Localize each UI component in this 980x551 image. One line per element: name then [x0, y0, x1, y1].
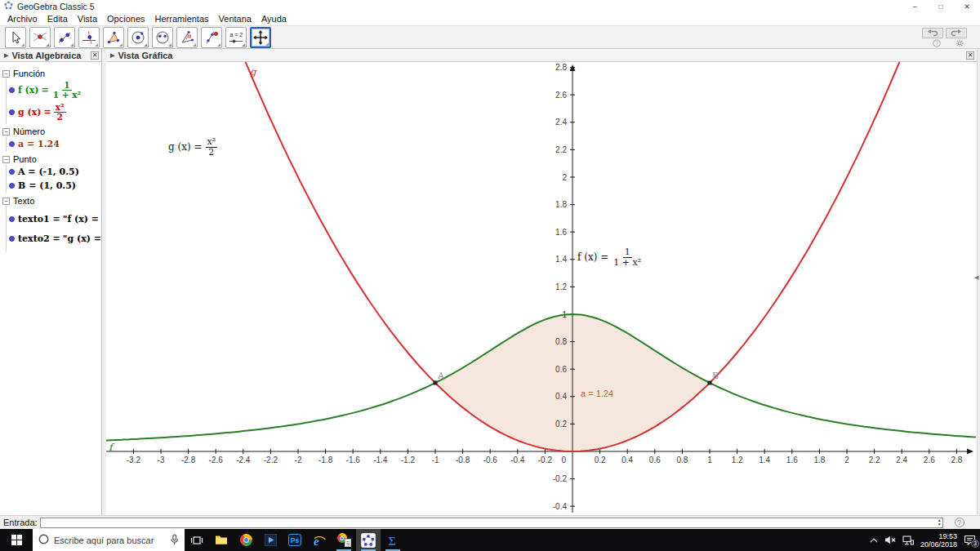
y-tick-label: 1.4	[555, 255, 567, 264]
algebra-item-g[interactable]: g (x)=x²2	[7, 101, 101, 123]
collapse-icon[interactable]: −	[2, 128, 10, 136]
plot-svg[interactable]: -3.2-3-2.8-2.6-2.4-2.2-2-1.8-1.6-1.4-1.2…	[106, 62, 976, 515]
menu-ventana[interactable]: Ventana	[215, 14, 257, 24]
x-tick-label: 2.6	[924, 455, 935, 464]
close-button[interactable]: ✕	[954, 0, 980, 12]
menu-edita[interactable]: Edita	[43, 14, 74, 24]
collapse-panel-arrow-icon[interactable]: ◀	[974, 274, 978, 281]
input-help-icon[interactable]: ?	[955, 518, 964, 527]
task-view-taskbar-icon[interactable]	[185, 529, 209, 551]
curve-label-g[interactable]: g	[250, 66, 257, 78]
tool-circle-button[interactable]	[127, 27, 149, 48]
x-tick-label: 0.2	[595, 455, 606, 464]
tool-polygon-button[interactable]	[103, 27, 124, 48]
visibility-dot-icon[interactable]	[9, 141, 15, 147]
tool-conic-button[interactable]	[152, 27, 173, 48]
section-label: Número	[13, 127, 45, 136]
svg-text:e: e	[314, 534, 319, 547]
collapse-icon[interactable]: −	[2, 70, 10, 78]
network-icon[interactable]	[902, 535, 914, 545]
tool-reflect-button[interactable]	[201, 27, 222, 48]
chrome-document-taskbar-icon[interactable]	[332, 529, 356, 551]
x-tick-label: -1.6	[346, 455, 361, 464]
x-tick-label: -0.8	[456, 455, 470, 464]
visibility-dot-icon[interactable]	[9, 87, 15, 93]
photoshop-taskbar-icon[interactable]: Ps	[283, 529, 307, 551]
f-formula[interactable]: f (x) =11 + x²	[577, 247, 643, 267]
menu-herramientas[interactable]: Herramientas	[151, 14, 215, 24]
collapse-icon[interactable]: −	[2, 198, 10, 205]
panel-arrow-icon[interactable]: ▶	[4, 52, 8, 59]
panel-arrow-icon[interactable]: ▶	[110, 52, 114, 59]
algebra-item-texto1[interactable]: texto1 ="f (x) =	[7, 212, 101, 226]
x-tick-label: 1	[707, 455, 712, 464]
input-history-spinner-icon[interactable]: ▲▼	[938, 518, 942, 527]
algebra-item-f[interactable]: f (x)=11 + x²	[7, 79, 101, 101]
visibility-dot-icon[interactable]	[9, 109, 15, 115]
movies-tv-taskbar-icon[interactable]	[258, 529, 283, 551]
geogebra-taskbar-icon[interactable]	[356, 529, 381, 551]
a-value-label[interactable]: a = 1.24	[581, 389, 613, 398]
graphics-canvas[interactable]: -3.2-3-2.8-2.6-2.4-2.2-2-1.8-1.6-1.4-1.2…	[106, 62, 977, 515]
close-algebra-view-button[interactable]: ✕	[91, 51, 99, 60]
chrome-taskbar-icon[interactable]	[234, 529, 258, 551]
taskbar-clock[interactable]: 19:53 20/06/2018	[920, 532, 957, 549]
microphone-icon[interactable]	[170, 534, 179, 547]
x-tick-label: -1.2	[401, 455, 416, 464]
origin-label: 0	[561, 455, 566, 464]
algebra-item-B[interactable]: B = (1, 0.5)	[7, 179, 101, 193]
algebra-item-value: a = 1.24	[18, 139, 60, 149]
maximize-button[interactable]: □	[928, 0, 954, 12]
algebra-item-value: f (x)=11 + x²	[18, 81, 82, 100]
visibility-dot-icon[interactable]	[9, 216, 15, 222]
close-graphics-view-button[interactable]: ✕	[966, 51, 974, 60]
point-label-A[interactable]: A	[437, 371, 445, 381]
sigma-taskbar-icon[interactable]: Σ	[381, 529, 405, 551]
redo-button[interactable]	[946, 28, 967, 38]
help-icon[interactable]: ?	[933, 39, 941, 47]
internet-explorer-taskbar-icon[interactable]: e	[307, 529, 332, 551]
file-explorer-taskbar-icon[interactable]	[209, 529, 234, 551]
visibility-dot-icon[interactable]	[9, 183, 15, 189]
minimize-button[interactable]: –	[902, 0, 928, 12]
algebra-item-value: A = (-1, 0.5)	[18, 167, 79, 177]
tool-slider-button[interactable]: a = 2	[225, 27, 247, 48]
tool-point-button[interactable]	[29, 27, 51, 48]
gear-icon[interactable]	[956, 39, 964, 47]
section-label: Función	[13, 69, 45, 78]
collapse-icon[interactable]: −	[2, 156, 10, 163]
undo-button[interactable]	[922, 28, 943, 38]
g-formula[interactable]: g (x) =x²2	[168, 137, 217, 157]
point-label-B[interactable]: B	[712, 371, 719, 381]
algebra-section-punto: −Punto	[0, 154, 101, 164]
menu-archivo[interactable]: Archivo	[3, 14, 43, 24]
tool-angle-button[interactable]	[176, 27, 198, 48]
action-center-icon[interactable]: 3	[964, 535, 976, 545]
algebra-item-a[interactable]: a = 1.24	[7, 137, 101, 151]
algebra-item-value: g (x)=x²2	[18, 103, 66, 122]
algebra-item-texto2[interactable]: texto2 ="g (x) =	[7, 232, 101, 246]
menu-ayuda[interactable]: Ayuda	[257, 14, 292, 24]
y-tick-label: 0.8	[555, 337, 567, 346]
tool-move-button[interactable]	[5, 27, 26, 48]
x-tick-label: 1.2	[732, 455, 743, 464]
tray-chevron-up-icon[interactable]	[870, 538, 878, 543]
tool-perpendicular-button[interactable]	[78, 27, 100, 48]
menu-vista[interactable]: Vista	[74, 14, 103, 24]
volume-muted-icon[interactable]	[884, 535, 896, 544]
clock-time: 19:53	[920, 532, 957, 540]
visibility-dot-icon[interactable]	[9, 236, 15, 242]
point-A[interactable]	[434, 381, 438, 385]
tool-move-canvas-button[interactable]	[250, 27, 271, 48]
svg-text:Ps: Ps	[291, 536, 300, 544]
menu-opciones[interactable]: Opciones	[103, 14, 150, 24]
algebra-input[interactable]	[40, 518, 943, 528]
visibility-dot-icon[interactable]	[9, 169, 15, 175]
taskbar-search-input[interactable]: Escribe aquí para buscar	[33, 529, 185, 551]
point-B[interactable]	[708, 381, 712, 385]
x-tick-label: -2.4	[236, 455, 251, 464]
x-tick-label: 1.8	[813, 455, 825, 464]
algebra-item-A[interactable]: A = (-1, 0.5)	[7, 165, 101, 179]
tool-line-button[interactable]	[54, 27, 75, 48]
start-button[interactable]	[0, 529, 33, 551]
